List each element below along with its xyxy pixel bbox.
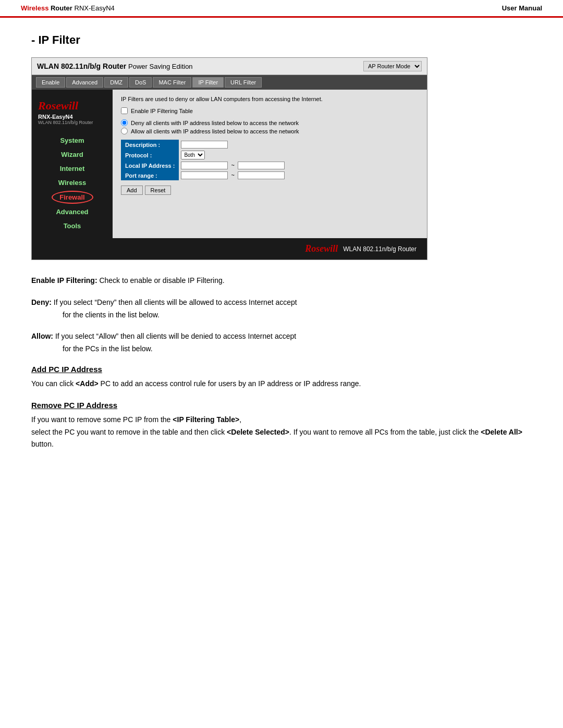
local-ip-end[interactable] — [238, 162, 285, 169]
add-pc-add-label: <Add> — [76, 379, 99, 388]
allow-desc-intro: If you select “Allow” then all clients w… — [55, 332, 296, 340]
enable-label: Enable IP Filtering Table — [131, 108, 193, 114]
description-input[interactable] — [181, 141, 228, 149]
router-body: Rosewill RNX-EasyN4 WLAN 802.11n/b/g Rou… — [32, 90, 427, 238]
form-row-protocol: Protocol : Both TCP UDP — [121, 150, 287, 161]
remove-pc-text1: If you want to remove some PC IP from th… — [31, 415, 173, 424]
tab-dos[interactable]: DoS — [129, 77, 152, 88]
deny-desc-intro: If you select “Deny” then all clients wi… — [54, 298, 297, 306]
router-footer: Rosewill WLAN 802.11n/b/g Router — [32, 238, 427, 260]
enable-description: Enable IP Filtering: Check to enable or … — [31, 275, 532, 287]
tab-ip-filter[interactable]: IP Filter — [192, 77, 224, 88]
sidebar-item-system[interactable]: System — [32, 133, 113, 147]
router-ui-title: WLAN 802.11n/b/g Router Power Saving Edi… — [37, 62, 193, 70]
sidebar-model-sub: WLAN 802.11n/b/g Router — [38, 120, 106, 125]
sidebar-item-advanced[interactable]: Advanced — [32, 205, 113, 219]
local-ip-input-cell: ~ — [179, 161, 287, 170]
remove-pc-text5: button. — [31, 440, 54, 448]
remove-pc-heading: Remove PC IP Address — [31, 401, 532, 410]
power-edition: Power Saving Edition — [128, 63, 193, 70]
add-pc-text1: You can click — [31, 379, 76, 388]
tab-dmz[interactable]: DMZ — [104, 77, 128, 88]
remove-pc-section: Remove PC IP Address If you want to remo… — [31, 401, 532, 451]
port-range-start[interactable] — [181, 171, 228, 179]
add-pc-text: You can click <Add> PC to add an access … — [31, 378, 532, 390]
radio-deny[interactable] — [121, 119, 128, 126]
tab-mac-filter[interactable]: MAC Filter — [153, 77, 191, 88]
deny-desc-label: Deny: — [31, 298, 52, 306]
enable-desc-text: Enable IP Filtering: Check to enable or … — [31, 275, 532, 287]
sidebar-item-wizard[interactable]: Wizard — [32, 147, 113, 162]
sidebar-item-tools[interactable]: Tools — [32, 219, 113, 233]
port-range-separator: ~ — [229, 172, 236, 178]
sidebar-item-wireless[interactable]: Wireless — [32, 176, 113, 190]
sidebar-logo: Rosewill — [38, 99, 106, 113]
brand-router: Router — [51, 4, 72, 12]
form-row-description: Description : — [121, 140, 287, 150]
info-text: IP Filters are used to deny or allow LAN… — [121, 96, 419, 102]
port-range-input-cell: ~ — [179, 170, 287, 180]
page-title: - IP Filter — [31, 33, 532, 47]
brand-text: Wireless Router RNX-EasyN4 — [21, 4, 115, 12]
page-header: Wireless Router RNX-EasyN4 User Manual — [0, 0, 563, 18]
protocol-label: Protocol : — [121, 150, 179, 161]
deny-desc-text: Deny: If you select “Deny” then all clie… — [31, 297, 532, 322]
tab-advanced[interactable]: Advanced — [66, 77, 103, 88]
enable-checkbox-row: Enable IP Filtering Table — [121, 107, 419, 114]
deny-desc-detail: for the clients in the list below. — [31, 309, 532, 322]
enable-desc-label: Enable IP Filtering: — [31, 276, 97, 285]
sidebar-item-internet[interactable]: Internet — [32, 162, 113, 176]
remove-pc-text4: . If you want to remove all PCs from the… — [289, 428, 481, 436]
footer-model: WLAN 802.11n/b/g Router — [343, 245, 417, 253]
add-pc-text2: PC to add an access control rule for use… — [99, 379, 361, 388]
ip-range-separator: ~ — [229, 162, 236, 168]
remove-pc-table-label: <IP Filtering Table> — [173, 415, 239, 424]
sidebar-item-firewall[interactable]: Firewall — [52, 191, 93, 204]
local-ip-start[interactable] — [181, 162, 228, 169]
add-button[interactable]: Add — [121, 186, 143, 195]
deny-description: Deny: If you select “Deny” then all clie… — [31, 297, 532, 322]
radio-group: Deny all clients with IP address listed … — [121, 119, 419, 134]
radio-allow[interactable] — [121, 128, 128, 134]
allow-desc-label: Allow: — [31, 332, 53, 340]
sidebar-model: RNX-EasyN4 — [38, 114, 106, 120]
radio-allow-row: Allow all clients with IP address listed… — [121, 128, 419, 134]
protocol-select[interactable]: Both TCP UDP — [181, 151, 205, 159]
allow-desc-detail: for the PCs in the list below. — [31, 343, 532, 355]
remove-pc-text3: select the PC you want to remove in the … — [31, 428, 227, 436]
add-pc-heading: Add PC IP Address — [31, 365, 532, 374]
tab-url-filter[interactable]: URL Filter — [225, 77, 262, 88]
manual-label: User Manual — [502, 4, 542, 12]
add-pc-section: Add PC IP Address You can click <Add> PC… — [31, 365, 532, 390]
enable-checkbox[interactable] — [121, 107, 128, 114]
port-range-label: Port range : — [121, 170, 179, 180]
remove-pc-delete-all: <Delete All> — [481, 428, 522, 436]
allow-description: Allow: If you select “Allow” then all cl… — [31, 330, 532, 355]
form-row-local-ip: Local IP Address : ~ — [121, 161, 287, 170]
mode-select[interactable]: AP Router Mode — [363, 61, 422, 71]
router-ui-screenshot: WLAN 802.11n/b/g Router Power Saving Edi… — [31, 57, 427, 260]
router-ui-header: WLAN 802.11n/b/g Router Power Saving Edi… — [32, 58, 427, 75]
router-sidebar: Rosewill RNX-EasyN4 WLAN 802.11n/b/g Rou… — [32, 90, 113, 238]
router-main-panel: IP Filters are used to deny or allow LAN… — [113, 90, 427, 238]
port-range-end[interactable] — [238, 171, 285, 179]
description-input-cell — [179, 140, 287, 150]
tab-enable[interactable]: Enable — [36, 77, 65, 88]
protocol-select-cell: Both TCP UDP — [179, 150, 287, 161]
form-buttons: Add Reset — [121, 186, 419, 195]
radio-deny-label: Deny all clients with IP address listed … — [131, 120, 299, 126]
reset-button[interactable]: Reset — [145, 186, 172, 195]
wlan-title: WLAN 802.11n/b/g Router — [37, 62, 126, 70]
router-nav: Enable Advanced DMZ DoS MAC Filter IP Fi… — [32, 75, 427, 90]
remove-pc-text: If you want to remove some PC IP from th… — [31, 414, 532, 451]
sidebar-logo-area: Rosewill RNX-EasyN4 WLAN 802.11n/b/g Rou… — [32, 95, 113, 133]
form-row-port-range: Port range : ~ — [121, 170, 287, 180]
local-ip-label: Local IP Address : — [121, 161, 179, 170]
remove-pc-delete-sel: <Delete Selected> — [227, 428, 289, 436]
remove-pc-text2: , — [239, 415, 241, 424]
enable-desc-body: Check to enable or disable IP Filtering. — [99, 276, 224, 285]
radio-allow-label: Allow all clients with IP address listed… — [131, 128, 299, 134]
main-content: - IP Filter WLAN 802.11n/b/g Router Powe… — [0, 18, 563, 477]
allow-desc-text: Allow: If you select “Allow” then all cl… — [31, 330, 532, 355]
brand-model: RNX-EasyN4 — [75, 4, 115, 12]
